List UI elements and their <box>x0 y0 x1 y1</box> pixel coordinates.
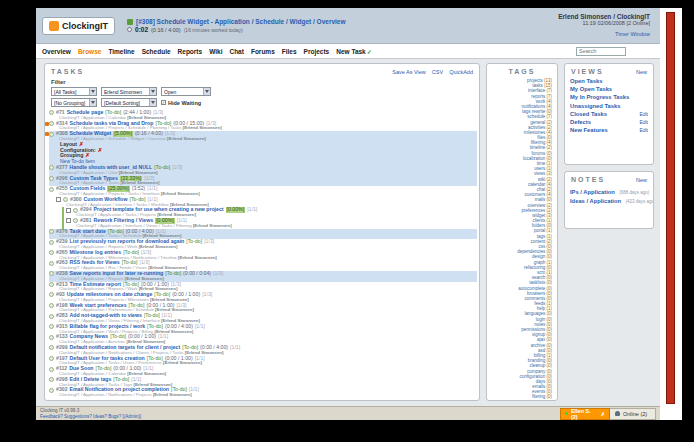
app-header: ClockingIT [#308] Schedule Widget - Appl… <box>36 8 660 44</box>
close-icon[interactable]: ✗ <box>601 411 605 417</box>
task-checkbox[interactable] <box>66 218 71 223</box>
task-status-icon[interactable] <box>49 250 54 255</box>
task-path: ClockingIT / Application / Tasks / Proje… <box>76 213 156 217</box>
task-path: ClockingIT / Application / Reports / Wor… <box>59 245 137 249</box>
filter-select[interactable]: [Default Sorting] <box>101 98 157 107</box>
task-checkbox[interactable] <box>66 208 71 213</box>
view-edit-link[interactable]: Edit <box>639 110 648 118</box>
online-tab[interactable]: Online (2) <box>610 408 656 420</box>
task-status-icon[interactable] <box>49 356 54 361</box>
nav-tab[interactable]: Projects <box>304 48 330 55</box>
content-area: TASKS Save As View CSV QuickAdd Filter [… <box>36 59 660 406</box>
nav-tab[interactable]: Timeline <box>108 48 134 55</box>
quickadd-link[interactable]: QuickAdd <box>449 69 473 75</box>
filter-select[interactable]: [All Tasks] <box>51 87 97 96</box>
task-status-icon[interactable] <box>49 292 54 297</box>
filter-select[interactable]: Erlend Simonsen <box>101 87 157 96</box>
task-row: #255 Custom Fields [25.00%] (3:52) [1/1] <box>49 186 477 197</box>
task-status-icon[interactable] <box>49 388 54 393</box>
footer-feedback-link[interactable]: Feedback? Suggestions? Ideas? Bugs? [(Ad… <box>40 414 141 420</box>
clockingit-logo[interactable]: ClockingIT <box>42 17 115 35</box>
task-assignee: [Erlend Simonsen] <box>125 277 164 281</box>
task-status-icon[interactable] <box>49 324 54 329</box>
view-link[interactable]: Closed Tasks <box>570 110 607 118</box>
scrollbar-thumb[interactable] <box>666 12 675 404</box>
task-status-icon[interactable] <box>49 176 54 181</box>
task-checkbox[interactable] <box>56 197 61 202</box>
task-status-icon[interactable] <box>73 218 78 223</box>
task-status-badge: [To-do] <box>165 271 181 277</box>
task-status-badge: [To-do] <box>186 239 202 245</box>
chevron-down-icon <box>149 99 156 106</box>
task-status-icon[interactable] <box>49 165 54 170</box>
nav-tab[interactable]: Browse <box>78 48 101 55</box>
csv-link[interactable]: CSV <box>432 69 443 75</box>
task-status-icon[interactable] <box>49 132 54 137</box>
task-path: ClockingIT / Application / Work / Projec… <box>59 330 153 334</box>
task-path: ClockingIT / Application / Milestones / … <box>59 256 177 260</box>
task-status-icon[interactable] <box>49 187 54 192</box>
task-row: #300 Custom Workflow [To-do] [1/1] <box>56 197 477 208</box>
task-status-icon[interactable] <box>63 197 68 202</box>
datetime-online: 11:19 02/06/2008 [2 Online] <box>558 20 650 27</box>
filter-select[interactable]: [No Grouping] <box>51 98 97 107</box>
view-link[interactable]: New Features <box>570 126 608 134</box>
views-new-link[interactable]: New <box>636 69 647 75</box>
task-status-icon[interactable] <box>49 377 54 382</box>
task-path-line: ClockingIT / Application / Notifications… <box>49 393 477 398</box>
task-row: #315 Billable flag for projects / work [… <box>49 324 477 335</box>
nav-tab[interactable]: Forums <box>251 48 275 55</box>
view-edit-link[interactable]: Edit <box>639 118 648 126</box>
nav-tab[interactable]: Reports <box>178 48 203 55</box>
note-link[interactable]: Ideas / Application <box>570 198 621 204</box>
view-link[interactable]: Defects <box>570 118 591 126</box>
task-status-icon[interactable] <box>49 110 54 115</box>
active-task-link[interactable]: [#308] Schedule Widget - Application / S… <box>136 18 346 25</box>
chat-tab[interactable]: Ellen S. (2) ✗ <box>560 408 610 420</box>
task-status-icon[interactable] <box>49 314 54 319</box>
task-status-icon[interactable] <box>49 121 54 126</box>
search-input[interactable] <box>576 47 626 56</box>
view-link[interactable]: My In Progress Tasks <box>570 93 629 101</box>
view-item: Closed Tasks Edit <box>570 110 648 118</box>
task-status-icon[interactable] <box>49 303 54 308</box>
nav-tab-label: New Task <box>336 48 366 55</box>
nav-tab[interactable]: Chat <box>229 48 243 55</box>
task-status-icon[interactable] <box>49 345 54 350</box>
hide-waiting-checkbox[interactable]: ✓ <box>161 100 166 105</box>
timer-icon[interactable] <box>127 27 132 32</box>
view-item: Unassigned Tasks <box>570 102 648 110</box>
task-ratio: [1/1] <box>195 324 205 330</box>
task-status-icon[interactable] <box>49 240 54 245</box>
nav-tab[interactable]: Overview <box>42 48 71 55</box>
task-row: #238 Save reports input for later re-run… <box>49 271 477 282</box>
task-status-icon[interactable] <box>49 367 54 372</box>
view-item: Open Tasks <box>570 77 648 85</box>
task-assignee: [Erlend Simonsen] <box>161 319 200 323</box>
tasks-panel-title: TASKS <box>51 68 84 75</box>
view-link[interactable]: Unassigned Tasks <box>570 102 620 110</box>
view-link[interactable]: Open Tasks <box>570 77 602 85</box>
nav-tab[interactable]: Schedule <box>142 48 171 55</box>
nav-tab[interactable]: Wiki <box>209 48 222 55</box>
scrollbar[interactable] <box>660 8 682 420</box>
notes-new-link[interactable]: New <box>636 177 647 183</box>
task-path: ClockingIT / Application / Reports / Wor… <box>59 287 137 291</box>
task-status-icon[interactable] <box>49 282 54 287</box>
tags-panel-title: TAGS <box>509 68 536 75</box>
task-status-icon[interactable] <box>73 208 78 213</box>
filter-select[interactable]: Open <box>161 87 211 96</box>
timer-window-link[interactable]: Timer Window <box>615 31 650 37</box>
nav-tab[interactable]: New Task ✓ <box>336 48 372 55</box>
tag-link[interactable]: google <box>532 400 546 401</box>
nav-tab[interactable]: Files <box>282 48 297 55</box>
task-assignee: [Erlend Simonsen] <box>163 361 202 365</box>
save-as-view-link[interactable]: Save As View <box>392 69 426 75</box>
task-status-icon[interactable] <box>49 335 54 340</box>
view-edit-link[interactable]: Edit <box>639 126 648 134</box>
view-link[interactable]: My Open Tasks <box>570 85 612 93</box>
task-status-icon[interactable] <box>49 261 54 266</box>
task-status-icon[interactable] <box>49 271 54 276</box>
task-path: ClockingIT / Application / Views / Filte… <box>59 319 160 323</box>
task-status-icon[interactable] <box>49 229 54 234</box>
